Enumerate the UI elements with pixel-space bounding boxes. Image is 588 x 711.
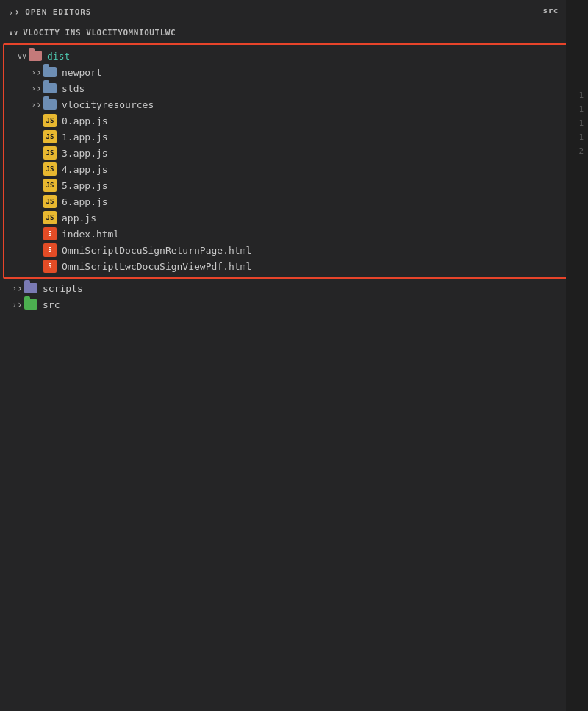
src-chevron-icon: › [12,299,24,310]
file-omniscript-docusign-return[interactable]: 5 OmniScriptDocuSignReturnPage.html [4,242,584,258]
project-label: VLOCITY_INS_VLOCITYOMNIOUTLWC [23,28,176,37]
html-icon-docusign-return: 5 [43,243,57,257]
js-icon-5: JS [43,178,57,193]
open-editors-label: OPEN EDITORS [25,7,91,17]
scripts-label: scripts [43,283,83,294]
js-icon-1: JS [43,129,57,144]
newport-chevron-icon: › [31,66,43,78]
vlocityresources-folder-icon [43,97,57,112]
0-app-js-label: 0.app.js [62,115,108,126]
line-num-5: 2 [566,144,588,158]
js-icon-0: JS [43,113,57,128]
dist-label: dist [47,51,70,62]
4-app-js-label: 4.app.js [62,164,108,175]
folder-vlocityresources[interactable]: › vlocityresources [4,96,584,112]
js-icon-6: JS [43,194,57,209]
js-icon-3: JS [43,146,57,160]
index-html-label: index.html [62,229,119,240]
file-omniscript-lwc-docusign[interactable]: 5 OmniScriptLwcDocuSignViewPdf.html [4,258,584,274]
folder-src[interactable]: › src [0,296,588,312]
file-tree: ∨ dist › newport › slds [0,42,588,711]
line-num-4: 1 [566,130,588,144]
spacer [31,163,43,175]
spacer [31,115,43,126]
open-editors-chevron: › [9,6,21,18]
vlocityresources-label: vlocityresources [62,99,154,110]
src-label: src [43,299,60,310]
js-icon-app: JS [43,210,57,225]
vlocityresources-chevron-icon: › [31,99,43,110]
newport-label: newport [62,67,102,78]
html-icon-index: 5 [43,226,57,241]
folder-newport[interactable]: › newport [4,64,584,80]
1-app-js-label: 1.app.js [62,132,108,143]
file-5-app-js[interactable]: JS 5.app.js [4,177,584,193]
folder-slds[interactable]: › slds [4,80,584,96]
line-num-2: 1 [566,102,588,116]
file-app-js[interactable]: JS app.js [4,210,584,226]
slds-folder-icon [43,81,57,96]
spacer [31,260,43,272]
dist-chevron-icon: ∨ [16,50,28,62]
file-0-app-js[interactable]: JS 0.app.js [4,112,584,129]
slds-label: slds [62,83,85,94]
folder-dist[interactable]: ∨ dist [4,48,584,64]
3-app-js-label: 3.app.js [62,148,108,159]
highlighted-region: ∨ dist › newport › slds [3,43,585,279]
file-4-app-js[interactable]: JS 4.app.js [4,161,584,177]
omniscript-docusign-return-label: OmniScriptDocuSignReturnPage.html [62,245,251,256]
file-6-app-js[interactable]: JS 6.app.js [4,193,584,210]
open-editors-section[interactable]: › OPEN EDITORS [0,0,588,24]
spacer [31,131,43,143]
line-numbers: 1 1 1 1 2 [566,0,588,711]
line-num-1: 1 [566,88,588,102]
js-icon-4: JS [43,162,57,176]
spacer [31,179,43,191]
top-right-src-label: src [542,6,559,15]
html-icon-lwc-docusign: 5 [43,259,57,274]
file-index-html[interactable]: 5 index.html [4,226,584,242]
5-app-js-label: 5.app.js [62,180,108,191]
file-3-app-js[interactable]: JS 3.app.js [4,145,584,161]
src-folder-icon [24,297,38,312]
dist-folder-icon [28,49,43,63]
folder-scripts[interactable]: › scripts [0,280,588,296]
line-num-3: 1 [566,116,588,130]
spacer [31,244,43,256]
scripts-folder-icon [24,281,38,296]
spacer [31,212,43,224]
spacer [31,147,43,159]
project-header[interactable]: ∨ VLOCITY_INS_VLOCITYOMNIOUTLWC [0,24,588,42]
newport-folder-icon [43,65,57,79]
app-js-label: app.js [62,212,96,224]
omniscript-lwc-docusign-label: OmniScriptLwcDocuSignViewPdf.html [62,261,251,272]
scripts-chevron-icon: › [12,282,24,294]
6-app-js-label: 6.app.js [62,196,108,207]
project-chevron: ∨ [9,29,18,37]
file-1-app-js[interactable]: JS 1.app.js [4,129,584,145]
explorer-container: › OPEN EDITORS ∨ VLOCITY_INS_VLOCITYOMNI… [0,0,588,711]
slds-chevron-icon: › [31,82,43,94]
spacer [31,228,43,240]
spacer [31,196,43,207]
